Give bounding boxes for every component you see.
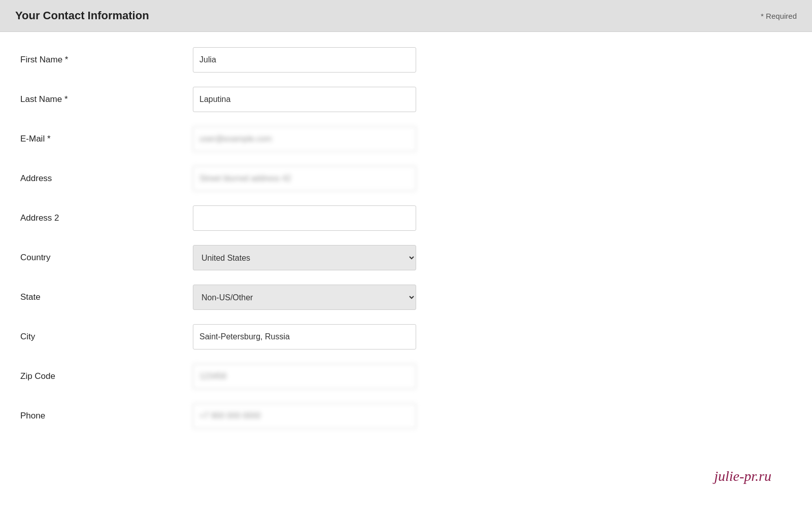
form-header: Your Contact Information * Required — [0, 0, 812, 32]
phone-input[interactable] — [193, 403, 416, 429]
zip-input[interactable] — [193, 364, 416, 389]
last-name-label: Last Name * — [20, 94, 193, 104]
city-label: City — [20, 332, 193, 342]
state-select[interactable]: Non-US/Other Alabama Alaska Arizona Cali… — [193, 285, 416, 310]
email-input[interactable] — [193, 126, 416, 152]
city-row: City — [20, 324, 792, 349]
zip-label: Zip Code — [20, 371, 193, 381]
email-label: E-Mail * — [20, 134, 193, 144]
email-row: E-Mail * — [20, 126, 792, 152]
phone-row: Phone — [20, 403, 792, 429]
page-title: Your Contact Information — [15, 9, 149, 22]
city-input[interactable] — [193, 324, 416, 349]
country-label: Country — [20, 253, 193, 263]
watermark: julie-pr.ru — [714, 468, 771, 484]
first-name-label: First Name * — [20, 55, 193, 65]
address2-row: Address 2 — [20, 205, 792, 231]
last-name-input[interactable] — [193, 87, 416, 112]
address-label: Address — [20, 173, 193, 184]
address-input[interactable] — [193, 166, 416, 191]
first-name-row: First Name * — [20, 47, 792, 73]
country-select[interactable]: United States Russia Other — [193, 245, 416, 270]
zip-row: Zip Code — [20, 364, 792, 389]
phone-label: Phone — [20, 411, 193, 421]
form-body: First Name * Last Name * E-Mail * Addres… — [0, 32, 812, 458]
required-note: * Required — [761, 12, 797, 20]
address-row: Address — [20, 166, 792, 191]
address2-input[interactable] — [193, 205, 416, 231]
state-row: State Non-US/Other Alabama Alaska Arizon… — [20, 285, 792, 310]
country-row: Country United States Russia Other — [20, 245, 792, 270]
address2-label: Address 2 — [20, 213, 193, 223]
last-name-row: Last Name * — [20, 87, 792, 112]
state-label: State — [20, 292, 193, 302]
first-name-input[interactable] — [193, 47, 416, 73]
page-container: Your Contact Information * Required Firs… — [0, 0, 812, 525]
